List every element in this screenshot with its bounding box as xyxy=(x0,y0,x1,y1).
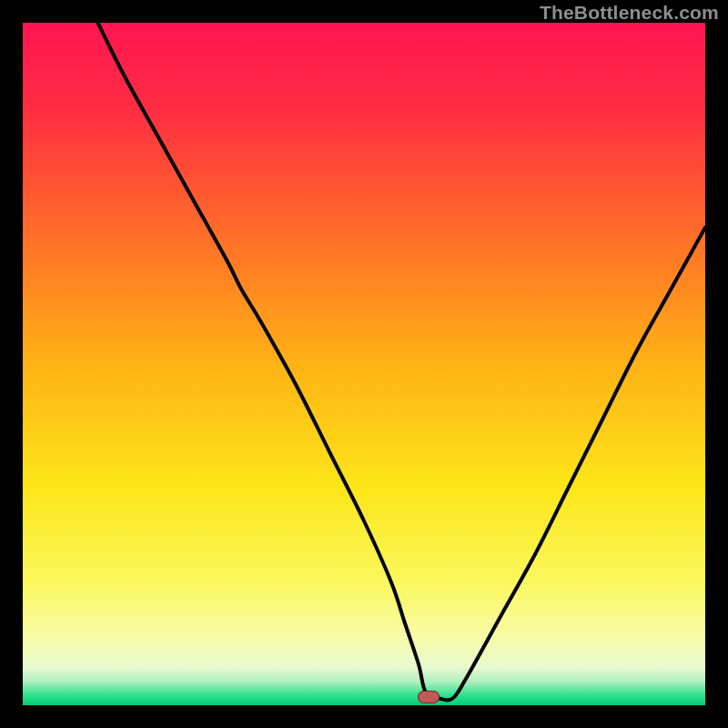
heat-gradient xyxy=(23,23,705,705)
watermark-text: TheBottleneck.com xyxy=(540,2,719,24)
chart-frame: TheBottleneck.com xyxy=(0,0,728,728)
svg-rect-0 xyxy=(23,23,705,705)
optimal-point-marker xyxy=(418,691,440,703)
plot-area xyxy=(23,23,705,705)
